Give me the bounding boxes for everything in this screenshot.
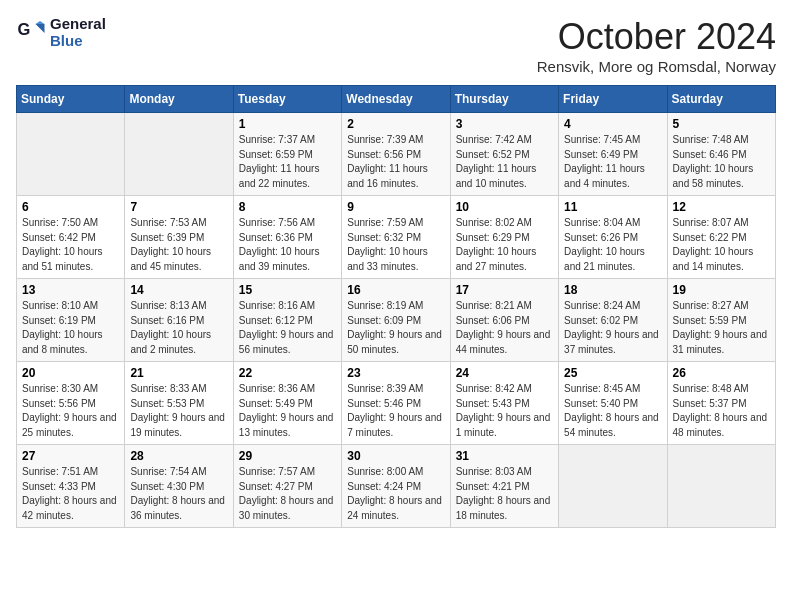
day-info: Sunrise: 8:48 AMSunset: 5:37 PMDaylight:… [673, 382, 770, 440]
header-row: SundayMondayTuesdayWednesdayThursdayFrid… [17, 86, 776, 113]
day-cell: 2Sunrise: 7:39 AMSunset: 6:56 PMDaylight… [342, 113, 450, 196]
day-number: 28 [130, 449, 227, 463]
month-title: October 2024 [537, 16, 776, 58]
day-cell: 12Sunrise: 8:07 AMSunset: 6:22 PMDayligh… [667, 196, 775, 279]
day-number: 19 [673, 283, 770, 297]
day-cell: 8Sunrise: 7:56 AMSunset: 6:36 PMDaylight… [233, 196, 341, 279]
day-cell: 5Sunrise: 7:48 AMSunset: 6:46 PMDaylight… [667, 113, 775, 196]
day-cell: 20Sunrise: 8:30 AMSunset: 5:56 PMDayligh… [17, 362, 125, 445]
day-cell: 28Sunrise: 7:54 AMSunset: 4:30 PMDayligh… [125, 445, 233, 528]
day-cell: 13Sunrise: 8:10 AMSunset: 6:19 PMDayligh… [17, 279, 125, 362]
day-cell: 25Sunrise: 8:45 AMSunset: 5:40 PMDayligh… [559, 362, 667, 445]
day-cell: 19Sunrise: 8:27 AMSunset: 5:59 PMDayligh… [667, 279, 775, 362]
day-cell: 1Sunrise: 7:37 AMSunset: 6:59 PMDaylight… [233, 113, 341, 196]
day-cell: 30Sunrise: 8:00 AMSunset: 4:24 PMDayligh… [342, 445, 450, 528]
day-number: 23 [347, 366, 444, 380]
week-row-1: 1Sunrise: 7:37 AMSunset: 6:59 PMDaylight… [17, 113, 776, 196]
day-number: 15 [239, 283, 336, 297]
day-info: Sunrise: 7:56 AMSunset: 6:36 PMDaylight:… [239, 216, 336, 274]
day-cell: 7Sunrise: 7:53 AMSunset: 6:39 PMDaylight… [125, 196, 233, 279]
day-number: 14 [130, 283, 227, 297]
day-cell: 18Sunrise: 8:24 AMSunset: 6:02 PMDayligh… [559, 279, 667, 362]
calendar-header: SundayMondayTuesdayWednesdayThursdayFrid… [17, 86, 776, 113]
header-cell-saturday: Saturday [667, 86, 775, 113]
svg-text:G: G [18, 19, 31, 37]
day-cell: 24Sunrise: 8:42 AMSunset: 5:43 PMDayligh… [450, 362, 558, 445]
page-header: G General Blue October 2024 Rensvik, Mor… [16, 16, 776, 75]
day-number: 31 [456, 449, 553, 463]
day-info: Sunrise: 7:39 AMSunset: 6:56 PMDaylight:… [347, 133, 444, 191]
day-cell: 22Sunrise: 8:36 AMSunset: 5:49 PMDayligh… [233, 362, 341, 445]
day-info: Sunrise: 7:37 AMSunset: 6:59 PMDaylight:… [239, 133, 336, 191]
day-cell [559, 445, 667, 528]
logo-line2: Blue [50, 33, 106, 50]
day-info: Sunrise: 8:39 AMSunset: 5:46 PMDaylight:… [347, 382, 444, 440]
header-cell-thursday: Thursday [450, 86, 558, 113]
week-row-3: 13Sunrise: 8:10 AMSunset: 6:19 PMDayligh… [17, 279, 776, 362]
day-info: Sunrise: 7:59 AMSunset: 6:32 PMDaylight:… [347, 216, 444, 274]
day-info: Sunrise: 8:36 AMSunset: 5:49 PMDaylight:… [239, 382, 336, 440]
day-number: 7 [130, 200, 227, 214]
day-info: Sunrise: 8:42 AMSunset: 5:43 PMDaylight:… [456, 382, 553, 440]
day-cell: 29Sunrise: 7:57 AMSunset: 4:27 PMDayligh… [233, 445, 341, 528]
day-info: Sunrise: 7:57 AMSunset: 4:27 PMDaylight:… [239, 465, 336, 523]
logo: G General Blue [16, 16, 106, 49]
day-cell [667, 445, 775, 528]
day-info: Sunrise: 7:50 AMSunset: 6:42 PMDaylight:… [22, 216, 119, 274]
calendar-body: 1Sunrise: 7:37 AMSunset: 6:59 PMDaylight… [17, 113, 776, 528]
day-info: Sunrise: 8:07 AMSunset: 6:22 PMDaylight:… [673, 216, 770, 274]
day-cell: 23Sunrise: 8:39 AMSunset: 5:46 PMDayligh… [342, 362, 450, 445]
week-row-5: 27Sunrise: 7:51 AMSunset: 4:33 PMDayligh… [17, 445, 776, 528]
day-info: Sunrise: 8:30 AMSunset: 5:56 PMDaylight:… [22, 382, 119, 440]
day-number: 25 [564, 366, 661, 380]
day-cell: 4Sunrise: 7:45 AMSunset: 6:49 PMDaylight… [559, 113, 667, 196]
day-number: 20 [22, 366, 119, 380]
day-number: 10 [456, 200, 553, 214]
header-cell-monday: Monday [125, 86, 233, 113]
header-cell-wednesday: Wednesday [342, 86, 450, 113]
day-info: Sunrise: 7:48 AMSunset: 6:46 PMDaylight:… [673, 133, 770, 191]
svg-marker-2 [36, 21, 45, 24]
day-info: Sunrise: 8:33 AMSunset: 5:53 PMDaylight:… [130, 382, 227, 440]
day-cell: 15Sunrise: 8:16 AMSunset: 6:12 PMDayligh… [233, 279, 341, 362]
day-info: Sunrise: 8:45 AMSunset: 5:40 PMDaylight:… [564, 382, 661, 440]
day-number: 12 [673, 200, 770, 214]
day-cell: 6Sunrise: 7:50 AMSunset: 6:42 PMDaylight… [17, 196, 125, 279]
day-number: 5 [673, 117, 770, 131]
logo-text: General Blue [50, 16, 106, 49]
location: Rensvik, More og Romsdal, Norway [537, 58, 776, 75]
day-info: Sunrise: 8:27 AMSunset: 5:59 PMDaylight:… [673, 299, 770, 357]
day-cell: 3Sunrise: 7:42 AMSunset: 6:52 PMDaylight… [450, 113, 558, 196]
day-number: 17 [456, 283, 553, 297]
day-number: 16 [347, 283, 444, 297]
day-number: 6 [22, 200, 119, 214]
day-number: 8 [239, 200, 336, 214]
calendar-table: SundayMondayTuesdayWednesdayThursdayFrid… [16, 85, 776, 528]
day-cell: 17Sunrise: 8:21 AMSunset: 6:06 PMDayligh… [450, 279, 558, 362]
title-area: October 2024 Rensvik, More og Romsdal, N… [537, 16, 776, 75]
svg-marker-1 [36, 24, 45, 33]
day-number: 27 [22, 449, 119, 463]
day-cell: 11Sunrise: 8:04 AMSunset: 6:26 PMDayligh… [559, 196, 667, 279]
day-info: Sunrise: 8:02 AMSunset: 6:29 PMDaylight:… [456, 216, 553, 274]
day-info: Sunrise: 8:24 AMSunset: 6:02 PMDaylight:… [564, 299, 661, 357]
day-number: 3 [456, 117, 553, 131]
day-cell: 16Sunrise: 8:19 AMSunset: 6:09 PMDayligh… [342, 279, 450, 362]
day-info: Sunrise: 7:51 AMSunset: 4:33 PMDaylight:… [22, 465, 119, 523]
day-number: 2 [347, 117, 444, 131]
day-cell: 27Sunrise: 7:51 AMSunset: 4:33 PMDayligh… [17, 445, 125, 528]
logo-icon: G [16, 18, 46, 48]
day-number: 21 [130, 366, 227, 380]
day-info: Sunrise: 7:54 AMSunset: 4:30 PMDaylight:… [130, 465, 227, 523]
day-number: 24 [456, 366, 553, 380]
day-cell: 21Sunrise: 8:33 AMSunset: 5:53 PMDayligh… [125, 362, 233, 445]
day-info: Sunrise: 7:42 AMSunset: 6:52 PMDaylight:… [456, 133, 553, 191]
day-number: 1 [239, 117, 336, 131]
day-info: Sunrise: 8:00 AMSunset: 4:24 PMDaylight:… [347, 465, 444, 523]
day-info: Sunrise: 8:13 AMSunset: 6:16 PMDaylight:… [130, 299, 227, 357]
day-number: 13 [22, 283, 119, 297]
day-cell [125, 113, 233, 196]
week-row-4: 20Sunrise: 8:30 AMSunset: 5:56 PMDayligh… [17, 362, 776, 445]
day-number: 18 [564, 283, 661, 297]
day-number: 11 [564, 200, 661, 214]
